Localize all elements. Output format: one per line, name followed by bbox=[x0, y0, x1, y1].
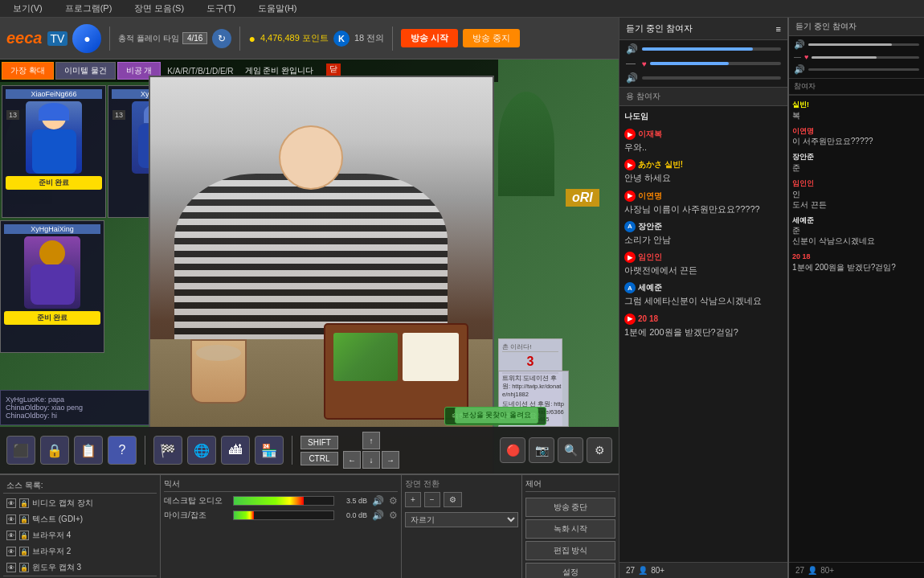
source-item-text: 👁 🔒 텍스트 (GDI+) bbox=[3, 511, 157, 527]
menu-item-scene[interactable]: 장면 모음(S) bbox=[128, 0, 190, 17]
ctrl-key[interactable]: CTRL bbox=[301, 452, 338, 465]
arrow-down[interactable]: ↓ bbox=[362, 451, 380, 469]
tab-kart: K/A/R/T/B/1/D/E/R bbox=[162, 67, 238, 76]
eye-icon-1[interactable]: 👁 bbox=[6, 498, 16, 508]
race-icon[interactable]: 🏁 bbox=[153, 436, 182, 465]
chat-info-line3: ChinaOldboy: hi bbox=[6, 412, 155, 420]
lock-icon-3[interactable]: 🔒 bbox=[19, 531, 29, 540]
divider-1 bbox=[109, 27, 110, 51]
bottom-content: 소스 목록: 👁 🔒 비디오 캡쳐 장치 👁 🔒 텍스트 (GDI+) 👁 🔒 bbox=[0, 475, 619, 578]
menu-bar: 보기(V) 프로그램(P) 장면 모음(S) 도구(T) 도움말(H) bbox=[0, 0, 924, 18]
lock-icon-1[interactable]: 🔒 bbox=[19, 498, 29, 508]
far-slider-3[interactable] bbox=[808, 68, 919, 71]
chat-username-iyeonmyeong: ▶ 이연명 bbox=[624, 191, 783, 202]
eye-icon-2[interactable]: 👁 bbox=[6, 514, 16, 524]
scene-add-btn[interactable]: + bbox=[405, 492, 421, 507]
menu-item-program[interactable]: 프로그램(P) bbox=[59, 0, 119, 17]
refresh-icon[interactable]: ↻ bbox=[212, 29, 231, 48]
mute-btn-2[interactable]: 🔊 bbox=[372, 510, 384, 521]
heart-icon: ♥ bbox=[642, 59, 647, 68]
start-stream-button[interactable]: 방송 시작 bbox=[401, 29, 458, 47]
globe-icon[interactable]: 🌐 bbox=[187, 436, 216, 465]
vol-slider-2[interactable] bbox=[650, 62, 781, 65]
vol-slider-3[interactable] bbox=[642, 76, 781, 80]
menu-item-view[interactable]: 보기(V) bbox=[6, 0, 49, 17]
cam-icon[interactable]: 📷 bbox=[529, 437, 554, 463]
store-icon[interactable]: 🏪 bbox=[255, 436, 284, 465]
vol-slider-1[interactable] bbox=[642, 47, 781, 51]
logo-tv: TV bbox=[47, 31, 68, 46]
far-text-jun: 준 bbox=[792, 162, 921, 173]
viewer-count: 27 bbox=[626, 566, 635, 575]
avatar-face-5 bbox=[39, 240, 65, 266]
far-name-iyeon: 이연명 bbox=[792, 127, 814, 135]
far-name-jun: 장안준 bbox=[792, 153, 814, 161]
vol-row-3: 🔊 bbox=[626, 72, 781, 84]
chat-header: 듣기 중인 참여자 ≡ bbox=[619, 18, 787, 40]
far-fill-1 bbox=[808, 43, 892, 46]
chat-username-imin: ▶ 임인인 bbox=[624, 252, 783, 263]
eye-icon-4[interactable]: 👁 bbox=[6, 547, 16, 556]
mixer-gear-2[interactable]: ⚙ bbox=[389, 510, 398, 521]
logo-text: eeca bbox=[6, 29, 43, 47]
viewer-icon: 👤 bbox=[638, 566, 648, 575]
ready-badge-5: 준비 완료 bbox=[4, 311, 100, 325]
menu-item-help[interactable]: 도움말(H) bbox=[251, 0, 303, 17]
lock-icon-4[interactable]: 🔒 bbox=[19, 547, 29, 556]
tab-items[interactable]: 이미텔 물건 bbox=[55, 62, 116, 80]
scene-icon[interactable]: ⬛ bbox=[6, 436, 35, 465]
mixer-gear-1[interactable]: ⚙ bbox=[389, 495, 398, 506]
stop-broadcast-btn[interactable]: 방송 중단 bbox=[525, 498, 615, 517]
start-record-btn[interactable]: 녹화 시작 bbox=[525, 519, 615, 539]
scene-dropdown[interactable]: 자르기 bbox=[405, 512, 518, 527]
mic-icon[interactable]: 🔴 bbox=[500, 437, 525, 463]
stop-stream-button[interactable]: 방송 중지 bbox=[463, 29, 520, 47]
player-card-5: XyHgHaiXing 준비 완료 bbox=[0, 220, 104, 353]
lock-icon-2[interactable]: 🔒 bbox=[19, 514, 29, 524]
scene-transition-panel: 장면 전환 + − ⚙ 자르기 bbox=[402, 475, 522, 578]
settings-main-btn[interactable]: 설정 bbox=[525, 563, 615, 578]
avatar-body-5 bbox=[31, 264, 75, 305]
far-slider-2[interactable] bbox=[812, 56, 919, 59]
arrow-keys: ↑ ← ↓ → bbox=[343, 432, 399, 469]
arrow-up[interactable]: ↑ bbox=[362, 432, 380, 449]
far-text-seyejun-far: 준신분이 삭남으시겠네요 bbox=[792, 225, 921, 246]
chat-text-jangjun: 소리가 안남 bbox=[624, 234, 783, 245]
city-icon[interactable]: 🏙 bbox=[221, 436, 250, 465]
scene-remove-btn[interactable]: − bbox=[424, 492, 440, 507]
far-vol-1: 🔊 bbox=[794, 39, 919, 50]
search-icon[interactable]: 🔍 bbox=[558, 437, 583, 463]
lock-icon-5[interactable]: 🔒 bbox=[19, 563, 29, 572]
far-speaker-1: 🔊 bbox=[794, 39, 805, 50]
eye-icon-5[interactable]: 👁 bbox=[6, 563, 16, 572]
help-icon[interactable]: ? bbox=[108, 436, 137, 465]
boost-text: 보상을 못찾아 올려요 bbox=[455, 407, 538, 424]
main-container: eeca TV ● 총적 플레이 타임 4/16 ↻ ● 4,476,489 포… bbox=[0, 18, 924, 578]
menu-item-tools[interactable]: 도구(T) bbox=[200, 0, 242, 17]
far-text-imin-far: 인도서 끈든 bbox=[792, 189, 921, 210]
far-fill-2 bbox=[812, 56, 876, 59]
far-slider-1[interactable] bbox=[808, 43, 919, 46]
source-label-4: 브라우저 2 bbox=[32, 546, 71, 557]
lock-icon[interactable]: 🔒 bbox=[40, 436, 69, 465]
arrow-left[interactable]: ← bbox=[343, 451, 361, 469]
shift-key[interactable]: SHIFT bbox=[301, 436, 338, 449]
mute-btn-1[interactable]: 🔊 bbox=[372, 495, 384, 506]
tab-scene[interactable]: 가장 확대 bbox=[2, 62, 54, 80]
control-title: 제어 bbox=[525, 478, 615, 492]
afreeca-icon-2: A bbox=[624, 282, 636, 293]
edit-mode-btn[interactable]: 편집 방식 bbox=[525, 541, 615, 560]
k-button[interactable]: K bbox=[333, 31, 350, 47]
donate-url1: 트위치 도네이션 후원: http://twip.kr/donate/nhj18… bbox=[502, 375, 565, 398]
sources-title: 소스 목록: bbox=[3, 478, 157, 494]
eye-icon-3[interactable]: 👁 bbox=[6, 531, 16, 540]
gear-icon[interactable]: ⚙ bbox=[587, 437, 612, 463]
mixer-value-1: 3.5 dB bbox=[339, 497, 367, 505]
arrow-right[interactable]: → bbox=[382, 451, 399, 469]
mixer-bar-2 bbox=[233, 510, 334, 520]
copy-icon[interactable]: 📋 bbox=[74, 436, 103, 465]
scene-gear-btn[interactable]: ⚙ bbox=[444, 492, 462, 507]
far-vol-2: — ♥ bbox=[794, 53, 919, 61]
speaker-icon-1: 🔊 bbox=[626, 43, 639, 55]
dash-icon: — bbox=[626, 58, 639, 69]
